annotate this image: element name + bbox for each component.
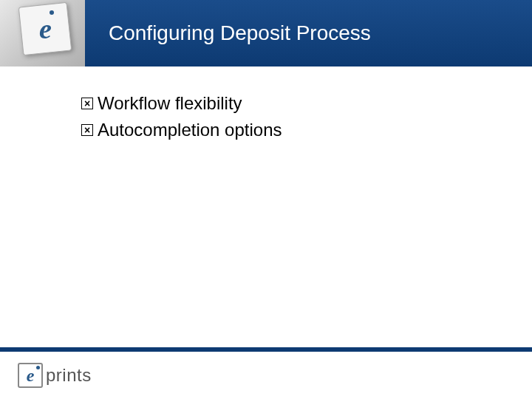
slide-header: e Configuring Deposit Process (0, 0, 532, 66)
eprints-e-icon: e (39, 13, 52, 45)
logo-dot-icon (36, 366, 40, 369)
header-background: e Configuring Deposit Process (0, 0, 532, 66)
eprints-logo-mark: e (18, 363, 43, 388)
eprints-logo-text: prints (46, 365, 92, 386)
slide-title: Configuring Deposit Process (109, 21, 371, 45)
list-item: × Workflow flexibility (81, 93, 532, 114)
header-title-bar: Configuring Deposit Process (85, 0, 532, 66)
list-item: × Autocompletion options (81, 120, 532, 140)
checkbox-bullet-icon: × (81, 124, 93, 136)
slide-footer: e prints (0, 347, 532, 399)
bullet-text: Autocompletion options (98, 120, 282, 140)
eprints-logo-tile: e (18, 2, 72, 56)
bullet-text: Workflow flexibility (98, 93, 242, 114)
header-logo-area: e (0, 0, 85, 66)
eprints-e-icon: e (27, 366, 35, 386)
eprints-footer-logo: e prints (18, 363, 92, 388)
checkbox-bullet-icon: × (81, 98, 93, 109)
slide-content: × Workflow flexibility × Autocompletion … (0, 66, 532, 140)
